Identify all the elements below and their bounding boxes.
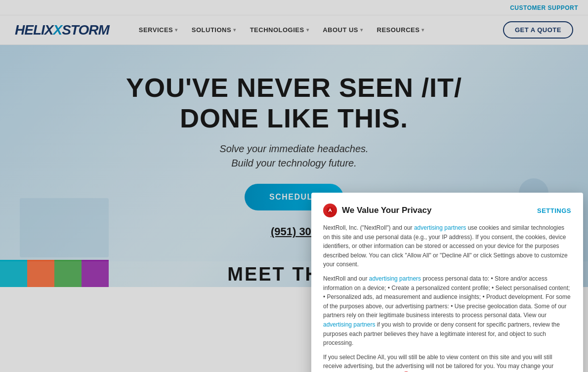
advertising-partners-link-1[interactable]: advertising partners: [414, 224, 466, 231]
privacy-paragraph-2: NextRoll and our advertising partners pr…: [323, 274, 571, 348]
nextroll-icon: [323, 204, 337, 217]
modal-title: We Value Your Privacy: [342, 206, 431, 215]
privacy-paragraph-1: NextRoll, Inc. ("NextRoll") and our adve…: [323, 223, 571, 269]
modal-body: NextRoll, Inc. ("NextRoll") and our adve…: [323, 223, 571, 372]
advertising-partners-link-2[interactable]: advertising partners: [369, 275, 421, 282]
settings-link[interactable]: SETTINGS: [537, 207, 571, 214]
advertising-partners-link-3[interactable]: advertising partners: [323, 321, 375, 328]
privacy-modal: We Value Your Privacy SETTINGS NextRoll,…: [311, 193, 583, 372]
privacy-paragraph-3: If you select Decline All, you will stil…: [323, 353, 571, 372]
modal-header: We Value Your Privacy SETTINGS: [323, 204, 571, 217]
modal-header-left: We Value Your Privacy: [323, 204, 431, 217]
